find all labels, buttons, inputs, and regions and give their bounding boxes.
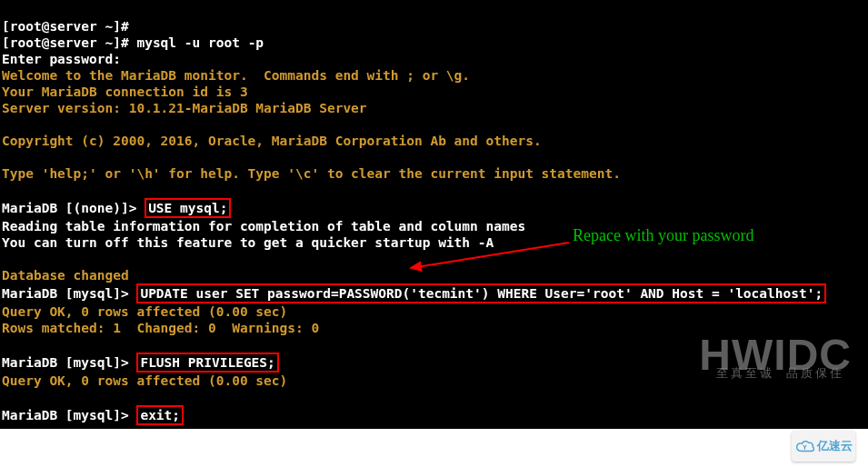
copyright-line: Copyright (c) 2000, 2016, Oracle, MariaD…: [2, 134, 542, 148]
mariadb-none-prompt: MariaDB [(none)]>: [2, 201, 145, 215]
highlight-box-exit: exit;: [136, 405, 184, 425]
highlight-box-flush: FLUSH PRIVILEGES;: [136, 353, 278, 373]
provider-badge-text: 亿速云: [817, 438, 853, 454]
reading-line: Reading table information for completion…: [2, 219, 525, 234]
shell-prompt: [root@server ~]#: [2, 35, 129, 50]
sql-use-mysql: USE mysql;: [148, 201, 227, 215]
rows-matched-line: Rows matched: 1 Changed: 0 Warnings: 0: [2, 321, 319, 335]
connection-id-line: Your MariaDB connection id is 3: [2, 84, 248, 99]
query-ok-line: Query OK, 0 rows affected (0.00 sec): [2, 373, 287, 388]
svg-text:Y: Y: [803, 443, 807, 452]
help-line: Type 'help;' or '\h' for help. Type '\c'…: [2, 166, 621, 181]
sql-exit: exit;: [140, 408, 180, 422]
provider-badge[interactable]: Y 亿速云: [792, 431, 855, 462]
server-version-line: Server version: 10.1.21-MariaDB MariaDB …: [2, 101, 367, 115]
command-line: mysql -u root -p: [129, 35, 264, 50]
mariadb-mysql-prompt: MariaDB [mysql]>: [2, 408, 136, 422]
watermark-logo: HWIDC: [699, 347, 852, 363]
annotation-replace-password: Repace with your password: [573, 227, 753, 243]
mariadb-mysql-prompt: MariaDB [mysql]>: [2, 286, 136, 301]
welcome-line: Welcome to the MariaDB monitor. Commands…: [2, 68, 470, 83]
mariadb-mysql-prompt: MariaDB [mysql]>: [2, 355, 136, 370]
sql-update-password: UPDATE user SET password=PASSWORD('tecmi…: [140, 286, 823, 301]
terminal-window[interactable]: [root@server ~]# [root@server ~]# mysql …: [0, 0, 868, 429]
db-changed-line: Database changed: [2, 268, 129, 283]
highlight-box-use-mysql: USE mysql;: [145, 198, 231, 218]
shell-prompt: [root@server ~]#: [2, 19, 129, 34]
watermark-tagline: 至真至诚 品质保住: [716, 365, 844, 382]
sql-flush-privileges: FLUSH PRIVILEGES;: [140, 355, 274, 370]
highlight-box-update: UPDATE user SET password=PASSWORD('tecmi…: [136, 283, 826, 303]
query-ok-line: Query OK, 0 rows affected (0.00 sec): [2, 304, 287, 319]
cloud-icon: Y: [795, 439, 815, 453]
page-bottom-bar: [0, 429, 868, 467]
turnoff-line: You can turn off this feature to get a q…: [2, 235, 494, 250]
enter-password-line: Enter password:: [2, 52, 121, 66]
